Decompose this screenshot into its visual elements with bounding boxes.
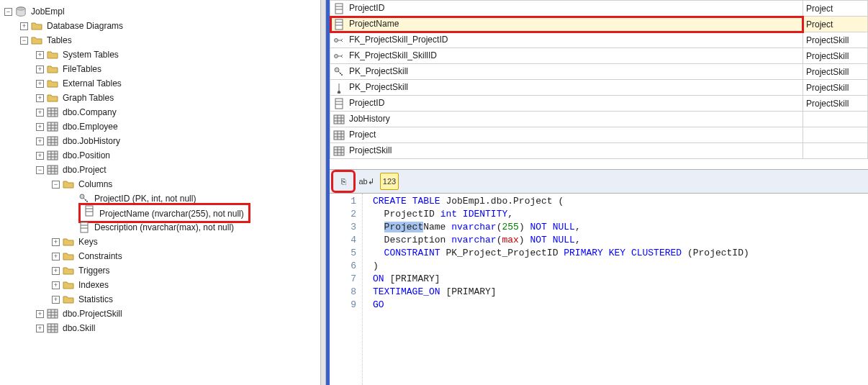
expander-icon[interactable]: − xyxy=(20,37,28,45)
result-row[interactable]: ProjectIDProject xyxy=(330,1,868,17)
node-projectskill[interactable]: +dbo.ProjectSkill xyxy=(4,307,317,321)
svg-point-49 xyxy=(335,38,338,42)
code-line[interactable]: TEXTIMAGE_ON [PRIMARY] xyxy=(373,286,749,299)
node-system-tables[interactable]: +System Tables xyxy=(4,47,317,62)
col-description[interactable]: Description (nvarchar(max), not null) xyxy=(4,220,317,235)
expander-icon[interactable]: + xyxy=(36,109,44,117)
line-number: 3 xyxy=(330,221,356,234)
result-row[interactable]: Project xyxy=(330,127,868,143)
node-jobhistory[interactable]: +dbo.JobHistory xyxy=(4,134,317,148)
svg-rect-1 xyxy=(48,108,58,117)
code-line[interactable]: CONSTRAINT PK_Project_ProjectID PRIMARY … xyxy=(373,247,749,260)
node-label: dbo.Project xyxy=(61,163,108,177)
node-position[interactable]: +dbo.Position xyxy=(4,148,317,163)
toolbar-btn-script[interactable]: ⎘ xyxy=(334,173,353,190)
code-line[interactable]: ProjectName nvarchar(255) NOT NULL, xyxy=(373,221,749,234)
result-row[interactable]: FK_ProjectSkill_ProjectIDProjectSkill xyxy=(330,32,868,48)
folder-icon xyxy=(63,265,74,276)
line-number: 4 xyxy=(330,234,356,247)
node-columns[interactable]: −Columns xyxy=(4,177,317,191)
code-line[interactable]: CREATE TABLE JobEmpl.dbo.Project ( xyxy=(373,195,749,208)
expander-icon[interactable]: + xyxy=(52,267,60,275)
code-body[interactable]: CREATE TABLE JobEmpl.dbo.Project ( Proje… xyxy=(363,194,749,385)
expander-icon[interactable]: + xyxy=(36,310,44,318)
result-row[interactable]: JobHistory xyxy=(330,112,868,127)
svg-rect-66 xyxy=(334,147,344,155)
table-icon xyxy=(47,308,58,320)
node-graph-tables[interactable]: +Graph Tables xyxy=(4,91,317,105)
row-type: ProjectSkill xyxy=(803,32,868,48)
db-root[interactable]: −JobEmpl xyxy=(4,4,317,19)
expander-icon[interactable]: + xyxy=(36,94,44,102)
node-diagrams[interactable]: +Database Diagrams xyxy=(4,19,317,33)
result-row[interactable]: ProjectSkill xyxy=(330,143,868,159)
code-line[interactable]: ) xyxy=(373,260,749,273)
column-icon xyxy=(333,19,345,30)
svg-rect-38 xyxy=(48,324,58,332)
expander-icon[interactable]: + xyxy=(36,80,44,88)
node-tables[interactable]: −Tables xyxy=(4,33,317,47)
expander-icon[interactable]: + xyxy=(36,51,44,59)
expander-icon[interactable]: − xyxy=(36,166,44,174)
node-constraints[interactable]: +Constraints xyxy=(4,249,317,263)
node-label: Graph Tables xyxy=(61,91,115,105)
code-line[interactable]: ProjectID int IDENTITY, xyxy=(373,208,749,221)
result-row[interactable]: PK_ProjectSkillProjectSkill xyxy=(330,80,868,96)
expander-icon[interactable]: + xyxy=(52,281,60,289)
node-statistics[interactable]: +Statistics xyxy=(4,292,317,307)
code-line[interactable]: GO xyxy=(373,299,749,312)
code-line[interactable]: ON [PRIMARY] xyxy=(373,273,749,286)
pk-icon xyxy=(333,66,345,78)
row-type: ProjectSkill xyxy=(803,48,868,64)
folder-icon xyxy=(63,236,74,248)
expander-icon[interactable]: + xyxy=(36,325,44,332)
line-number: 9 xyxy=(330,299,356,312)
node-external-tables[interactable]: +External Tables xyxy=(4,76,317,91)
result-row[interactable]: ProjectNameProject xyxy=(330,17,868,32)
expander-icon[interactable]: + xyxy=(52,238,60,246)
expander-icon[interactable]: − xyxy=(4,8,12,16)
row-name: Project xyxy=(349,130,376,140)
table-icon xyxy=(47,164,58,176)
expander-icon[interactable]: + xyxy=(36,152,44,160)
object-explorer-pane: −JobEmpl+Database Diagrams−Tables+System… xyxy=(0,0,320,385)
node-skill[interactable]: +dbo.Skill xyxy=(4,321,317,335)
expander-icon[interactable]: + xyxy=(36,137,44,145)
toolbar-btn-wrap[interactable]: ab↲ xyxy=(357,173,376,190)
result-row[interactable]: ProjectIDProjectSkill xyxy=(330,96,868,112)
result-row[interactable]: FK_ProjectSkill_SkillIDProjectSkill xyxy=(330,48,868,64)
db-icon xyxy=(15,6,27,17)
row-type: ProjectSkill xyxy=(803,96,868,112)
sql-code-area[interactable]: 123456789 CREATE TABLE JobEmpl.dbo.Proje… xyxy=(330,194,868,385)
expander-icon[interactable]: + xyxy=(20,22,28,30)
folder-icon xyxy=(63,279,74,291)
splitter[interactable] xyxy=(320,0,326,385)
row-name: ProjectID xyxy=(349,3,384,13)
node-label: dbo.Position xyxy=(61,148,112,163)
node-file-tables[interactable]: +FileTables xyxy=(4,62,317,76)
line-number: 5 xyxy=(330,247,356,260)
node-project[interactable]: −dbo.Project xyxy=(4,163,317,177)
row-name: PK_ProjectSkill xyxy=(349,66,408,76)
toolbar-btn-linenumbers[interactable]: 123 xyxy=(380,173,399,190)
node-employee[interactable]: +dbo.Employee xyxy=(4,119,317,134)
expander-icon[interactable]: + xyxy=(36,123,44,131)
node-company[interactable]: +dbo.Company xyxy=(4,105,317,119)
node-label: dbo.Employee xyxy=(61,119,119,134)
node-label: Database Diagrams xyxy=(45,19,125,33)
column-icon xyxy=(333,3,345,14)
node-triggers[interactable]: +Triggers xyxy=(4,263,317,278)
expander-icon[interactable]: − xyxy=(52,181,60,189)
col-projectname[interactable]: ProjectName (nvarchar(255), not null) xyxy=(4,206,317,220)
expander-icon[interactable]: + xyxy=(52,296,60,304)
code-line[interactable]: Description nvarchar(max) NOT NULL, xyxy=(373,234,749,247)
folder-icon xyxy=(47,78,58,89)
expander-icon[interactable]: + xyxy=(52,253,60,261)
result-row[interactable]: PK_ProjectSkillProjectSkill xyxy=(330,64,868,80)
node-indexes[interactable]: +Indexes xyxy=(4,278,317,292)
expander-icon xyxy=(68,209,76,217)
node-keys[interactable]: +Keys xyxy=(4,235,317,249)
expander-icon[interactable]: + xyxy=(36,65,44,73)
line-number: 1 xyxy=(330,195,356,208)
svg-rect-30 xyxy=(81,222,88,232)
